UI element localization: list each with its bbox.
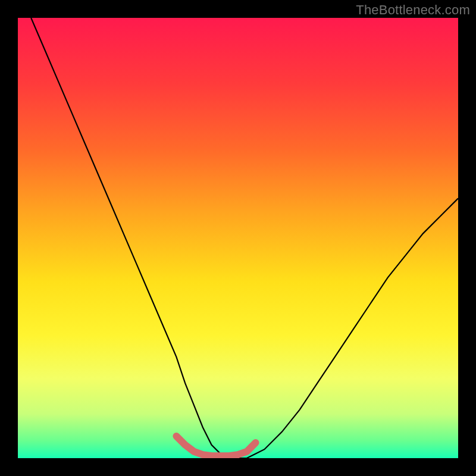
chart-svg xyxy=(18,18,458,458)
plot-area xyxy=(18,18,458,458)
chart-frame: TheBottleneck.com xyxy=(0,0,476,476)
gradient-background xyxy=(18,18,458,458)
watermark-text: TheBottleneck.com xyxy=(356,2,470,18)
